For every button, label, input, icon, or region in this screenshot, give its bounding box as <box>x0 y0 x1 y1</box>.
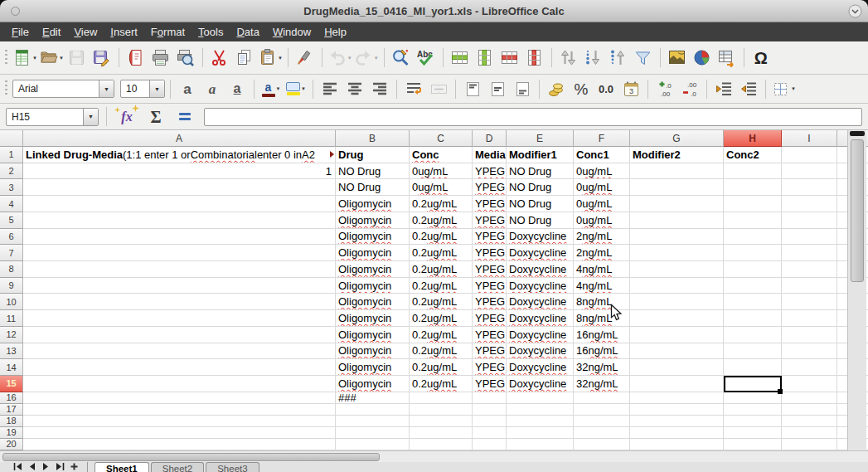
cell-D13[interactable]: YPEG <box>473 343 507 360</box>
cell-F15[interactable]: 32ng/mL <box>574 376 630 392</box>
row-header-18[interactable]: 18 <box>0 416 23 427</box>
highlighting-color-dropdown[interactable]: ▼ <box>301 86 306 91</box>
menu-edit[interactable]: Edit <box>36 23 67 41</box>
row-header-2[interactable]: 2 <box>0 163 23 180</box>
cell-C1[interactable]: Conc <box>410 147 473 163</box>
cell-C17[interactable] <box>410 404 473 416</box>
autofilter-button[interactable] <box>632 46 655 70</box>
cell-G5[interactable] <box>630 212 724 229</box>
cell-A11[interactable] <box>23 310 336 327</box>
cell-H17[interactable] <box>724 404 782 416</box>
insert-column-button[interactable] <box>473 46 497 70</box>
cell-A3[interactable] <box>23 179 336 196</box>
row-header-20[interactable]: 20 <box>0 439 23 450</box>
horizontal-scrollbar[interactable] <box>0 450 868 462</box>
cell-B16[interactable]: ### <box>336 392 410 404</box>
borders-button[interactable]: ▼ <box>771 77 796 100</box>
cell-A18[interactable] <box>23 416 336 427</box>
cell-H16[interactable] <box>724 392 782 404</box>
cell-B10[interactable]: Oligomycin <box>336 294 410 310</box>
vertical-scrollbar[interactable] <box>847 130 866 450</box>
spelling-button[interactable]: Abc <box>415 46 438 70</box>
cell-H7[interactable] <box>724 245 782 261</box>
cell-D2[interactable]: YPEG <box>473 163 507 180</box>
row-header-5[interactable]: 5 <box>0 212 23 229</box>
align-center-button[interactable] <box>343 77 366 100</box>
increase-indent-button[interactable] <box>712 77 735 100</box>
cell-G18[interactable] <box>630 416 724 427</box>
last-sheet-button[interactable] <box>54 462 66 472</box>
cell-G2[interactable] <box>630 163 724 180</box>
column-header-F[interactable]: F <box>574 130 630 147</box>
cell-G8[interactable] <box>630 261 724 278</box>
cell-F2[interactable]: 0ug/mL <box>574 163 630 180</box>
cell-F18[interactable] <box>574 416 630 427</box>
cell-C3[interactable]: 0ug/mL <box>410 179 473 196</box>
cell-I16[interactable] <box>782 392 837 404</box>
sort-ascending-button[interactable] <box>582 46 605 70</box>
row-header-16[interactable]: 16 <box>0 392 23 404</box>
cell-C16[interactable] <box>410 392 473 404</box>
cell-G4[interactable] <box>630 196 724 212</box>
cell-H6[interactable] <box>724 229 782 246</box>
cell-B1[interactable]: Drug <box>336 147 410 163</box>
print-preview-button[interactable] <box>174 46 197 70</box>
align-right-button[interactable] <box>368 77 391 100</box>
cell-A6[interactable] <box>23 229 336 246</box>
name-box-dropdown[interactable]: ▼ <box>83 109 98 125</box>
cell-D11[interactable]: YPEG <box>473 310 507 327</box>
cell-H4[interactable] <box>724 196 782 212</box>
export-pdf-button[interactable] <box>124 46 148 70</box>
wrap-text-button[interactable] <box>402 77 425 100</box>
cell-A14[interactable] <box>23 359 336 376</box>
cell-E4[interactable]: NO Drug <box>507 196 574 212</box>
cell-A7[interactable] <box>23 245 336 261</box>
cell-E7[interactable]: Doxycycline <box>507 245 574 261</box>
cell-A20[interactable] <box>23 439 336 450</box>
cell-H18[interactable] <box>724 416 782 427</box>
open-dropdown[interactable]: ▼ <box>59 56 64 61</box>
number-format-button[interactable]: 0.0 <box>594 77 618 100</box>
cell-H11[interactable] <box>724 310 782 327</box>
cell-I19[interactable] <box>782 427 837 439</box>
cell-F11[interactable]: 8ng/mL <box>574 310 630 327</box>
cell-A8[interactable] <box>23 261 336 278</box>
cell-I7[interactable] <box>782 245 837 261</box>
cell-D12[interactable]: YPEG <box>473 327 507 343</box>
cell-C2[interactable]: 0ug/mL <box>410 163 473 180</box>
row-header-12[interactable]: 12 <box>0 327 23 343</box>
cell-H9[interactable] <box>724 278 782 294</box>
clone-formatting-button[interactable] <box>293 46 317 70</box>
cell-G19[interactable] <box>630 427 724 439</box>
cell-I9[interactable] <box>782 278 837 294</box>
cell-B13[interactable]: Oligomycin <box>336 343 410 360</box>
row-header-15[interactable]: 15 <box>0 376 23 392</box>
cell-D1[interactable]: Media <box>473 147 507 163</box>
cell-C8[interactable]: 0.2ug/mL <box>410 261 473 278</box>
column-header-I[interactable]: I <box>782 130 837 147</box>
cell-E12[interactable]: Doxycycline <box>507 327 574 343</box>
function-wizard-button[interactable]: fx <box>114 106 139 128</box>
print-button[interactable] <box>149 46 172 70</box>
cell-B17[interactable] <box>336 404 410 416</box>
cell-I1[interactable] <box>782 147 837 163</box>
cell-C7[interactable]: 0.2ug/mL <box>410 245 473 261</box>
column-header-B[interactable]: B <box>336 130 410 147</box>
cell-C9[interactable]: 0.2ug/mL <box>410 278 473 294</box>
cell-I12[interactable] <box>782 327 837 343</box>
cell-C12[interactable]: 0.2ug/mL <box>410 327 473 343</box>
cell-H10[interactable] <box>724 294 782 310</box>
cell-G9[interactable] <box>630 278 724 294</box>
cell-C5[interactable]: 0.2ug/mL <box>410 212 473 229</box>
cell-D9[interactable]: YPEG <box>473 278 507 294</box>
pivot-table-button[interactable] <box>715 46 739 70</box>
cell-I15[interactable] <box>782 376 837 392</box>
horizontal-scrollbar-thumb[interactable] <box>2 453 380 461</box>
cell-E11[interactable]: Doxycycline <box>507 310 574 327</box>
cell-F9[interactable]: 4ng/mL <box>574 278 630 294</box>
cell-A16[interactable] <box>23 392 336 404</box>
cell-D6[interactable]: YPEG <box>473 229 507 246</box>
name-box[interactable]: H15 ▼ <box>6 108 99 126</box>
cell-H15[interactable] <box>724 376 782 392</box>
cell-D18[interactable] <box>473 416 507 427</box>
